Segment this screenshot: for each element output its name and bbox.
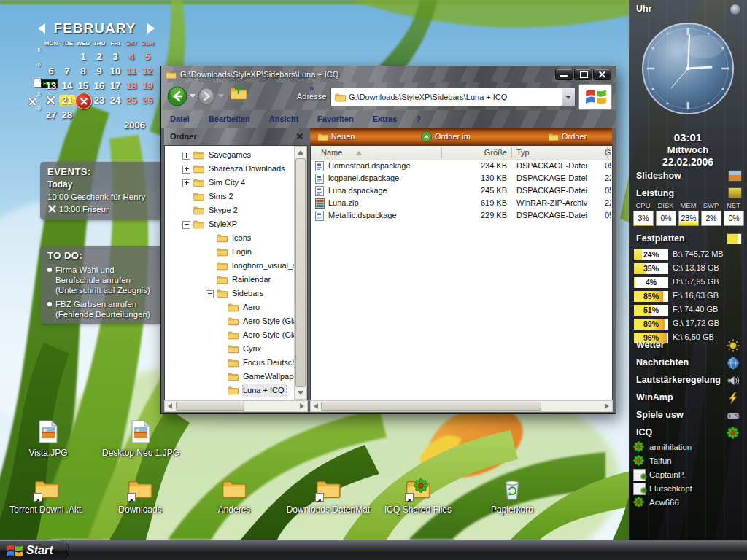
file-row[interactable]: Homestead.dspackage234 KBDSPACKAGE-Datei… xyxy=(311,160,611,172)
up-folder-button[interactable] xyxy=(230,87,247,104)
file-row[interactable]: Luna.dspackage245 KBDSPACKAGE-Datei05 xyxy=(311,184,611,197)
event-item: 13:00 Friseur xyxy=(47,204,157,216)
address-dropdown-button[interactable] xyxy=(562,88,575,106)
collapse-icon[interactable] xyxy=(182,221,190,229)
tree-item[interactable]: Cyrix xyxy=(165,343,294,355)
taskband-item[interactable]: Ordner xyxy=(562,128,587,145)
files-hscrollbar[interactable] xyxy=(310,400,613,412)
folder-icon xyxy=(548,131,559,141)
calendar-day: 19 xyxy=(139,80,155,92)
tree-item[interactable]: Savegames xyxy=(165,149,294,161)
tree-item[interactable]: Aero Style (Glas xyxy=(165,329,294,341)
menu-item-help[interactable]: ? xyxy=(413,110,424,128)
tree-item[interactable]: Sims 2 xyxy=(165,190,294,203)
contact-name[interactable]: CaptainP. xyxy=(649,469,685,481)
tree-item[interactable]: Focus Deutsch xyxy=(165,357,294,369)
sidebar-section-gamepad[interactable]: Spiele usw xyxy=(636,410,684,420)
shortcut-arrow-icon xyxy=(34,493,42,502)
sidebar-section-speaker[interactable]: Lautstärkeregelung xyxy=(636,375,721,385)
tree-item[interactable]: StyleXP xyxy=(165,218,294,230)
tree-item[interactable]: Rainlendar xyxy=(165,273,294,286)
metric-label: SWP xyxy=(701,201,721,209)
menu-item-ansicht[interactable]: Ansicht xyxy=(266,110,301,128)
sidebar-drives-title[interactable]: Festplatten xyxy=(636,233,685,244)
contact-name[interactable]: annihilation xyxy=(649,441,692,453)
dspackage-icon xyxy=(315,174,325,184)
desktop-icon[interactable]: Anderes xyxy=(179,480,289,522)
tree-item[interactable]: Aero xyxy=(165,301,294,314)
tree-hscrollbar[interactable] xyxy=(164,400,308,412)
expand-icon[interactable] xyxy=(182,179,190,187)
column-header-0[interactable]: Name xyxy=(321,146,430,160)
calendar-day: 25 xyxy=(123,95,139,106)
menu-item-bearbeiten[interactable]: Bearbeiten xyxy=(206,110,253,128)
tree-item[interactable]: GameWallpaper xyxy=(165,370,294,383)
maximize-button[interactable] xyxy=(574,69,592,80)
back-button[interactable] xyxy=(167,86,187,109)
menu-item-favoriten[interactable]: Favoriten xyxy=(314,110,357,128)
file-size: 130 KB xyxy=(434,172,507,184)
minimize-button[interactable] xyxy=(555,69,573,80)
sidebar-section-globe[interactable]: Nachrichten xyxy=(636,357,689,368)
menu-item-extras[interactable]: Extras xyxy=(370,110,400,128)
shortcut-arrow-icon xyxy=(315,493,324,502)
desktop-icon[interactable]: Papierkorb xyxy=(457,480,567,522)
desktop-icon[interactable]: Desktop Neo 1.JPG xyxy=(86,423,196,465)
folder-icon xyxy=(228,357,239,366)
sidebar-section-sun[interactable]: Wetter xyxy=(636,340,665,350)
tree-item-label: Shareaza Downloads xyxy=(209,163,287,175)
expand-icon[interactable] xyxy=(182,166,190,174)
collapse-icon[interactable] xyxy=(206,290,214,298)
folder-icon xyxy=(193,219,204,228)
address-bar[interactable]: G:\Downloads\StyleXP\Sidebars\Luna + ICQ xyxy=(330,88,576,106)
gauge-mini-icon xyxy=(728,187,742,198)
tree-item[interactable]: Skype 2 xyxy=(165,204,294,217)
metric-value: 28% xyxy=(679,211,698,225)
sidebar-slideshow-title[interactable]: Slideshow xyxy=(636,171,681,181)
tree-item[interactable]: Luna + ICQ xyxy=(165,384,294,397)
desktop-icon[interactable]: Downloads xyxy=(85,480,195,522)
contact-name[interactable]: Taifun xyxy=(649,455,672,467)
calendar-dow: MON xyxy=(43,40,59,47)
event-item: 10:00 Geschenk für Henry xyxy=(47,192,157,202)
desktop-icon-label: ICQ Shared Files xyxy=(363,505,473,515)
sidebar-section-lightning[interactable]: WinAmp xyxy=(636,392,673,402)
tree-item[interactable]: Sidebars xyxy=(165,287,294,300)
calendar-next-icon[interactable] xyxy=(147,23,155,34)
calendar-prev-icon[interactable] xyxy=(38,23,45,34)
tree-vscrollbar[interactable] xyxy=(294,146,307,400)
menu-item-datei[interactable]: Datei xyxy=(167,110,193,128)
column-header-1[interactable]: Größe xyxy=(434,146,507,160)
tree-item[interactable]: Shareaza Downloads xyxy=(165,163,294,175)
file-date: 05 xyxy=(605,184,611,197)
forward-button[interactable] xyxy=(198,88,215,108)
contact-name[interactable]: Flutschkopf xyxy=(649,483,692,494)
close-button[interactable] xyxy=(593,69,611,80)
tree-item[interactable]: longhorn_visual_sty xyxy=(165,260,294,272)
start-button[interactable]: Start xyxy=(0,540,69,560)
folder-icon xyxy=(335,92,346,105)
tree-item[interactable]: Login xyxy=(165,246,294,258)
sidebar-clock-title[interactable]: Uhr xyxy=(636,4,652,14)
column-header-2[interactable]: Typ xyxy=(516,146,597,160)
desktop-icon[interactable]: ICQ Shared Files xyxy=(363,480,473,522)
file-date: 22 xyxy=(605,172,611,184)
back-dropdown-icon[interactable] xyxy=(190,94,196,98)
contact-name[interactable]: Acw666 xyxy=(649,497,679,508)
tree-item[interactable]: Sim City 4 xyxy=(165,176,294,189)
folders-close-icon[interactable] xyxy=(295,132,304,141)
file-row[interactable]: icqpanel.dspackage130 KBDSPACKAGE-Datei2… xyxy=(311,172,611,184)
sidebar-performance-title[interactable]: Leistung xyxy=(636,188,674,198)
expand-icon[interactable] xyxy=(182,152,190,160)
tree-item[interactable]: Icons xyxy=(165,232,294,244)
sidebar-section-icq-flower[interactable]: ICQ xyxy=(636,427,652,438)
desktop-icon-label: Desktop Neo 1.JPG xyxy=(86,448,196,458)
file-row[interactable]: Luna.zip619 KBWinRAR-ZIP-Archiv22 xyxy=(311,197,611,209)
tree-item[interactable]: Aero Style (Glas xyxy=(165,315,294,327)
file-type: WinRAR-ZIP-Archiv xyxy=(516,197,603,209)
file-row[interactable]: Metallic.dspackage229 KBDSPACKAGE-Datei0… xyxy=(311,209,611,222)
icq-flower-icon xyxy=(414,478,428,493)
forward-dropdown-icon[interactable] xyxy=(218,94,224,98)
todo-item: Firma Wahl und Berufschule anrufen (Unte… xyxy=(47,265,160,295)
lightning-icon xyxy=(727,392,740,405)
